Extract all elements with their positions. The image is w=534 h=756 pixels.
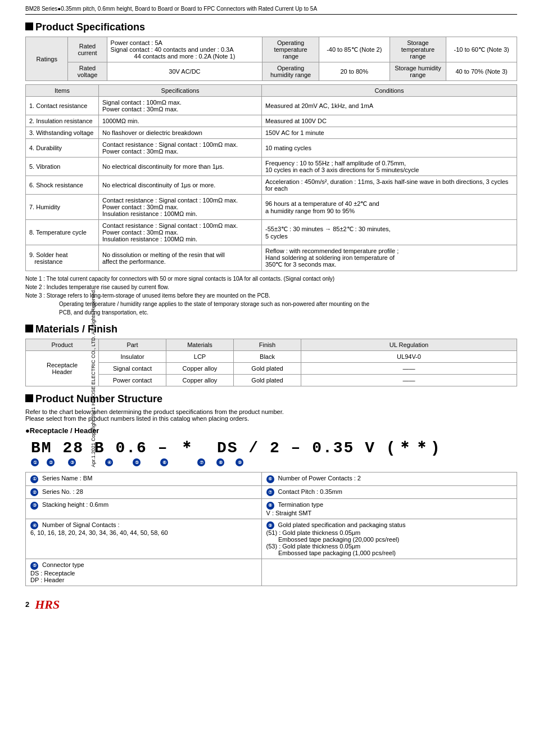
- circle-7: ⑦: [266, 488, 274, 496]
- desc-row-2-7: ② Series No. : 28 ⑦ Contact Pitch : 0.35…: [26, 485, 517, 499]
- power-contact-rating: Power contact : 5A: [111, 39, 259, 46]
- spec-row-humidity: 7. Humidity Contact resistance : Signal …: [26, 195, 517, 220]
- desc-7-text: Contact Pitch : 0.35mm: [278, 488, 342, 495]
- desc-row-5: ⑤ Connector typeDS : ReceptacleDP : Head…: [26, 559, 517, 586]
- note-3-cont1: Operating temperature / humidity range a…: [25, 300, 517, 308]
- signal-contact-rating-1: Signal contact : 40 contacts and under :…: [111, 46, 259, 53]
- code-bm: BM: [31, 438, 52, 458]
- desc-8-text: Termination typeV : Straight SMT: [266, 501, 324, 516]
- code-paren-open: (: [386, 438, 397, 458]
- code-paren-close: ): [431, 438, 441, 458]
- indicator-3: ③: [68, 458, 76, 466]
- page-number: 2: [25, 600, 29, 609]
- materials-row-insulator: ReceptacleHeader Insulator LCP Black UL9…: [26, 351, 517, 363]
- spec-row-temp-cycle: 8. Temperature cycle Contact resistance …: [26, 220, 517, 245]
- desc-1-text: Series Name : BM: [42, 475, 92, 482]
- circle-4: ④: [30, 521, 38, 529]
- materials-title: Materials / Finish: [25, 323, 517, 335]
- spec-row-contact-resistance: 1. Contact resistance Signal contact : 1…: [26, 97, 517, 115]
- product-number-title: Product Number Structure: [25, 393, 517, 405]
- code-slash: /: [238, 438, 270, 458]
- code-2: 2: [270, 438, 280, 458]
- materials-row-power: Power contact Copper alloy Gold plated —…: [26, 375, 517, 386]
- description-table: ① Series Name : BM ⑥ Number of Power Con…: [25, 472, 517, 586]
- note-3: Note 3 : Storage refers to long-term-sto…: [25, 291, 517, 300]
- circle-6: ⑥: [266, 475, 274, 483]
- note-1: Note 1 : The total current capacity for …: [25, 274, 517, 283]
- note-3-cont2: PCB, and during transportation, etc.: [25, 308, 517, 317]
- desc-6-text: Number of Power Contacts : 2: [278, 475, 361, 482]
- product-specs-section: Product Specifications Ratings Rated cur…: [25, 21, 517, 317]
- desc-2-text: Series No. : 28: [42, 488, 83, 495]
- circle-9: ⑨: [266, 521, 274, 529]
- code-v: V: [365, 438, 375, 458]
- receptacle-header-label: ●Receptacle / Header: [25, 426, 517, 435]
- notes-section: Note 1 : The total current capacity for …: [25, 274, 517, 317]
- desc-4-text: Number of Signal Contacts :6, 10, 16, 18…: [30, 521, 168, 537]
- product-number-section: Product Number Structure Refer to the ch…: [25, 393, 517, 586]
- code-space4: [196, 438, 217, 458]
- code-035: 0.35: [312, 438, 354, 458]
- code-ds: DS: [217, 438, 238, 458]
- indicator-4: ④: [105, 458, 113, 466]
- desc-row-1-6: ① Series Name : BM ⑥ Number of Power Con…: [26, 472, 517, 486]
- indicator-1: ①: [31, 458, 39, 466]
- product-number-intro2: Please select from the product numbers l…: [25, 415, 517, 422]
- note-2: Note 2 : Includes temperature rise cause…: [25, 283, 517, 291]
- code-dash1: –: [147, 438, 179, 458]
- indicator-7: ⑦: [197, 458, 205, 466]
- materials-row-signal: Signal contact Copper alloy Gold plated …: [26, 363, 517, 375]
- code-star1: ＊: [179, 438, 196, 458]
- sidebar-copyright: Apr.1.2021 Copyright 2021 HIROSE ELECTRI…: [90, 289, 96, 467]
- spec-row-vibration: 5. Vibration No electrical discontinuity…: [26, 158, 517, 176]
- indicator-9: ⑨: [236, 458, 243, 466]
- product-specs-title: Product Specifications: [25, 21, 517, 33]
- signal-contact-rating-2: 44 contacts and more : 0.2A (Note 1): [111, 53, 259, 60]
- product-number-intro1: Refer to the chart below when determinin…: [25, 408, 517, 415]
- indicator-8: ⑧: [216, 458, 224, 466]
- spec-row-shock: 6. Shock resistance No electrical discon…: [26, 176, 517, 195]
- code-dash2: –: [280, 438, 312, 458]
- page-header: BM28 Series●0.35mm pitch, 0.6mm height, …: [25, 6, 517, 15]
- ratings-table: Ratings Rated current Power contact : 5A…: [25, 37, 517, 81]
- indicator-5: ⑤: [133, 458, 141, 466]
- product-code-display: BM 28 B 0.6 – ＊ DS / 2 – 0.35 V ( ＊＊ ): [31, 438, 517, 466]
- indicator-6: ⑥: [160, 458, 168, 466]
- circle-1: ①: [30, 475, 38, 483]
- spec-row-durability: 4. Durability Contact resistance : Signa…: [26, 139, 517, 158]
- spec-row-insulation: 2. Insulation resistance 1000MΩ min. Mea…: [26, 115, 517, 127]
- circle-5: ⑤: [30, 562, 38, 570]
- code-28: 28: [62, 438, 84, 458]
- code-space3: [105, 438, 116, 458]
- desc-9-text: Gold plated specification and packaging …: [266, 521, 406, 557]
- code-space6: [375, 438, 386, 458]
- materials-section: Materials / Finish Product Part Material…: [25, 323, 517, 386]
- desc-row-3-8: ③ Stacking height : 0.6mm ⑧ Termination …: [26, 499, 517, 519]
- circle-3: ③: [30, 502, 38, 510]
- desc-row-4-9: ④ Number of Signal Contacts :6, 10, 16, …: [26, 519, 517, 559]
- indicator-2: ②: [47, 458, 55, 466]
- hrs-logo: HRS: [35, 597, 60, 612]
- desc-3-text: Stacking height : 0.6mm: [42, 501, 108, 508]
- spec-row-withstanding: 3. Withstanding voltage No flashover or …: [26, 127, 517, 139]
- materials-table: Product Part Materials Finish UL Regulat…: [25, 339, 517, 386]
- code-06: 0.6: [115, 438, 147, 458]
- code-space1: [52, 438, 63, 458]
- circle-2: ②: [30, 488, 38, 496]
- circle-8: ⑧: [266, 502, 274, 510]
- code-space5: [354, 438, 365, 458]
- desc-5-text: Connector typeDS : ReceptacleDP : Header: [30, 561, 84, 583]
- code-stars: ＊＊: [397, 438, 431, 458]
- spec-row-solder: 9. Solder heat resistance No dissolution…: [26, 245, 517, 271]
- specs-table: Items Specifications Conditions 1. Conta…: [25, 84, 517, 271]
